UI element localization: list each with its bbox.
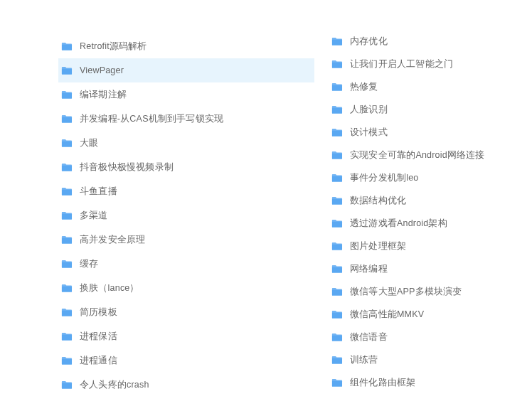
folder-item[interactable]: 并发编程-从CAS机制到手写锁实现 <box>58 107 314 131</box>
folder-label: 抖音极快极慢视频录制 <box>80 161 174 174</box>
folder-icon <box>331 356 343 365</box>
folder-label: 编译期注解 <box>80 89 127 101</box>
folder-label: 微信语音 <box>350 331 388 343</box>
folder-label: 进程保活 <box>80 331 117 343</box>
folder-item[interactable]: 多渠道 <box>58 203 314 228</box>
folder-icon <box>331 37 343 46</box>
svg-rect-29 <box>332 358 342 363</box>
folder-item[interactable]: 训练营 <box>329 348 532 371</box>
folder-item[interactable]: 组件化路由框架 <box>329 371 532 394</box>
folder-icon <box>61 260 73 269</box>
svg-rect-26 <box>332 289 342 295</box>
folder-label: 微信高性能MMKV <box>350 309 424 321</box>
folder-label: ViewPager <box>80 65 124 75</box>
folder-label: 让我们开启人工智能之门 <box>350 58 453 70</box>
folder-item[interactable]: 微信语音 <box>329 326 532 348</box>
folder-item[interactable]: 缓存 <box>58 252 314 276</box>
svg-rect-7 <box>62 213 72 219</box>
folder-icon <box>331 265 343 274</box>
folder-label: 并发编程-从CAS机制到手写锁实现 <box>80 113 223 125</box>
folder-item[interactable]: 进程保活 <box>58 324 314 348</box>
folder-item[interactable]: 大眼 <box>58 131 314 155</box>
folder-item[interactable]: 编译期注解 <box>58 82 314 107</box>
folder-label: 内存优化 <box>350 36 388 48</box>
svg-rect-10 <box>62 286 72 292</box>
svg-rect-16 <box>332 62 342 68</box>
folder-icon <box>61 356 73 365</box>
svg-rect-13 <box>62 358 72 364</box>
folder-item[interactable]: 人脸识别 <box>329 98 532 121</box>
folder-label: 高并发安全原理 <box>80 234 145 246</box>
svg-rect-22 <box>332 198 342 204</box>
folder-label: 设计模式 <box>350 127 388 139</box>
folder-item[interactable]: 内存优化 <box>329 30 532 53</box>
svg-rect-18 <box>332 107 342 113</box>
folder-icon <box>61 66 73 75</box>
folder-icon <box>61 284 73 293</box>
folder-item[interactable]: 实现安全可靠的Android网络连接 <box>329 144 532 166</box>
folder-item[interactable]: Retrofit源码解析 <box>58 34 314 58</box>
folder-item[interactable]: 热修复 <box>329 75 532 98</box>
svg-rect-4 <box>62 141 72 146</box>
folder-label: 令人头疼的crash <box>80 379 149 391</box>
folder-item[interactable]: 斗鱼直播 <box>58 179 314 203</box>
file-browser: Retrofit源码解析ViewPager编译期注解并发编程-从CAS机制到手写… <box>0 0 532 411</box>
svg-rect-2 <box>62 92 72 98</box>
folder-icon <box>331 310 343 319</box>
folder-icon <box>61 90 73 100</box>
svg-rect-17 <box>332 85 342 90</box>
folder-item[interactable]: 换肤（lance） <box>58 276 314 300</box>
folder-icon <box>331 128 343 137</box>
folder-label: 进程通信 <box>80 355 117 367</box>
folder-item[interactable]: 设计模式 <box>329 121 532 144</box>
folder-item[interactable]: 令人头疼的crash <box>58 373 314 397</box>
folder-label: 微信等大型APP多模块演变 <box>350 286 462 298</box>
folder-column-left: Retrofit源码解析ViewPager编译期注解并发编程-从CAS机制到手写… <box>58 0 314 397</box>
folder-label: 换肤（lance） <box>80 282 139 294</box>
svg-rect-23 <box>332 221 342 227</box>
folder-label: 热修复 <box>350 81 378 93</box>
svg-rect-19 <box>332 130 342 136</box>
svg-rect-1 <box>62 68 72 74</box>
svg-rect-28 <box>332 335 342 341</box>
folder-item[interactable]: 高并发安全原理 <box>58 228 314 252</box>
folder-label: 实现安全可靠的Android网络连接 <box>350 149 485 161</box>
folder-item[interactable]: 事件分发机制leo <box>329 166 532 189</box>
folder-item[interactable]: 网络编程 <box>329 257 532 280</box>
folder-item[interactable]: 透过游戏看Android架构 <box>329 212 532 235</box>
folder-label: 网络编程 <box>350 263 388 275</box>
folder-icon <box>61 235 73 245</box>
folder-icon <box>61 211 73 220</box>
folder-label: 透过游戏看Android架构 <box>350 218 447 230</box>
folder-icon <box>331 378 343 388</box>
folder-label: 斗鱼直播 <box>80 186 117 198</box>
folder-column-right: 内存优化让我们开启人工智能之门热修复人脸识别设计模式实现安全可靠的Android… <box>329 0 532 394</box>
folder-icon <box>61 332 73 341</box>
svg-rect-12 <box>62 334 72 340</box>
folder-icon <box>331 174 343 183</box>
folder-item[interactable]: 微信等大型APP多模块演变 <box>329 280 532 303</box>
folder-icon <box>331 219 343 228</box>
svg-rect-5 <box>62 165 72 171</box>
folder-item[interactable]: 微信高性能MMKV <box>329 303 532 326</box>
folder-item[interactable]: 简历模板 <box>58 300 314 324</box>
svg-rect-14 <box>62 383 72 388</box>
folder-icon <box>61 114 73 124</box>
folder-label: 数据结构优化 <box>350 195 406 207</box>
folder-item[interactable]: 图片处理框架 <box>329 235 532 257</box>
svg-rect-20 <box>332 153 342 159</box>
folder-item[interactable]: 抖音极快极慢视频录制 <box>58 155 314 179</box>
svg-rect-15 <box>332 39 342 45</box>
svg-rect-0 <box>62 44 72 50</box>
folder-icon <box>331 60 343 69</box>
folder-item[interactable]: 进程通信 <box>58 348 314 373</box>
folder-label: 人脸识别 <box>350 104 388 116</box>
folder-icon <box>61 187 73 196</box>
folder-item[interactable]: 数据结构优化 <box>329 189 532 212</box>
svg-rect-9 <box>62 262 72 267</box>
folder-item[interactable]: 让我们开启人工智能之门 <box>329 53 532 75</box>
folder-label: 图片处理框架 <box>350 240 406 252</box>
folder-item[interactable]: ViewPager <box>58 58 314 82</box>
folder-label: 事件分发机制leo <box>350 172 418 184</box>
svg-rect-3 <box>62 117 72 122</box>
